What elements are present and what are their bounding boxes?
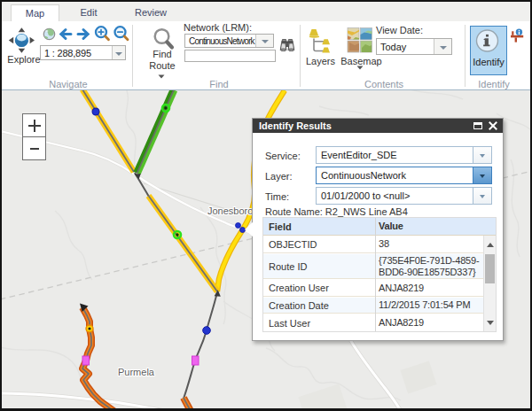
svg-text:Purmela: Purmela (118, 367, 155, 377)
svg-text:Jonesboro: Jonesboro (207, 206, 253, 216)
